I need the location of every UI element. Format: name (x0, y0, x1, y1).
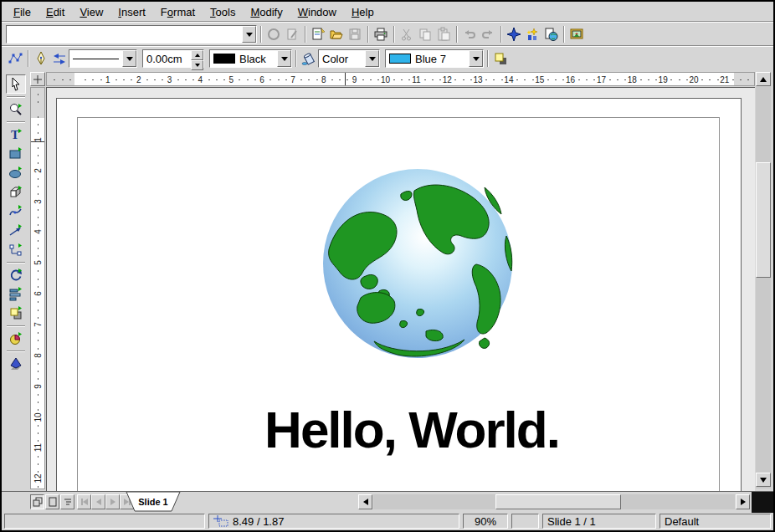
line-color-swatch (213, 54, 235, 64)
zoom-cell[interactable]: 90% (463, 514, 508, 529)
menu-edit[interactable]: Edit (39, 3, 71, 21)
redo-icon (479, 25, 497, 43)
spin-down-button[interactable] (191, 60, 203, 70)
page-style-value: Default (665, 515, 699, 528)
slide-view-button[interactable] (30, 494, 44, 509)
menu-file[interactable]: File (7, 3, 38, 21)
shadow-icon[interactable] (491, 49, 510, 68)
outline-view-button[interactable] (60, 494, 74, 509)
line-style-combobox[interactable] (69, 49, 137, 68)
line-style-dropdown-button[interactable] (122, 50, 136, 67)
fill-style-combobox[interactable]: Color (318, 49, 380, 68)
text-tool[interactable]: T (6, 125, 26, 144)
fill-style-dropdown-button[interactable] (365, 50, 379, 67)
slide-tab[interactable]: Slide 1 (126, 492, 181, 513)
ruler-origin-button[interactable] (30, 72, 45, 86)
new-document-icon[interactable] (309, 25, 327, 43)
horizontal-cursor-indicator (345, 73, 346, 85)
notes-view-button[interactable] (45, 494, 59, 509)
scroll-down-button[interactable] (756, 473, 771, 487)
v-ruler-number-6: 6 (33, 291, 43, 296)
h-ruler-number-8: 8 (321, 75, 326, 84)
horizontal-ruler[interactable]: 123456789101112131415161718192021 (46, 72, 755, 86)
url-combobox[interactable] (6, 25, 257, 43)
h-ruler-number-4: 4 (198, 75, 203, 84)
fill-color-dropdown-button[interactable] (469, 50, 483, 67)
hscroll-left-button[interactable] (358, 494, 372, 509)
line-color-combobox[interactable]: Black (209, 49, 292, 68)
page-style-cell[interactable]: Default (660, 514, 771, 529)
line-color-value: Black (239, 53, 266, 65)
menu-view[interactable]: View (73, 3, 110, 21)
v-ruler-number-2: 2 (33, 168, 43, 173)
wizard-icon[interactable] (523, 25, 541, 43)
pen-icon[interactable] (32, 49, 50, 68)
connector-tool[interactable] (6, 240, 26, 259)
object-bar: 0.00cm Black Color Blue 7 (2, 46, 773, 70)
fill-can-icon[interactable] (300, 49, 318, 68)
line-width-value[interactable]: 0.00cm (143, 53, 191, 65)
ellipse-tool[interactable] (6, 163, 26, 182)
horizontal-scrollbar[interactable] (373, 494, 735, 509)
url-dropdown-button[interactable] (242, 26, 256, 43)
line-color-dropdown-button[interactable] (277, 50, 291, 67)
main-area: T (2, 70, 773, 491)
menu-format[interactable]: Format (154, 3, 202, 21)
stop-icon (264, 25, 283, 43)
next-slide-button[interactable] (105, 494, 120, 509)
3d-object-tool[interactable] (6, 182, 26, 202)
spin-up-button[interactable] (191, 50, 203, 60)
h-ruler-number-1: 1 (105, 75, 110, 84)
line-tool[interactable] (6, 221, 26, 240)
open-icon[interactable] (327, 25, 346, 43)
align-tool[interactable] (6, 284, 26, 304)
fill-style-value: Color (319, 53, 365, 65)
effects-tool[interactable] (6, 354, 26, 373)
app-window: FileEditViewInsertFormatToolsModifyWindo… (0, 0, 775, 532)
h-ruler-number-16: 16 (566, 75, 575, 84)
menu-tools[interactable]: Tools (203, 3, 242, 21)
fill-color-combobox[interactable]: Blue 7 (385, 49, 484, 68)
menu-help[interactable]: Help (345, 3, 381, 21)
gallery-icon[interactable] (567, 25, 586, 43)
separator (260, 26, 261, 43)
hyperlink-icon[interactable] (541, 25, 560, 43)
slide-count-cell: Slide 1 / 1 (542, 514, 656, 529)
h-ruler-number-17: 17 (597, 75, 606, 84)
arrange-tool[interactable] (6, 304, 26, 323)
globe-image[interactable] (321, 166, 515, 361)
zoom-tool[interactable] (6, 100, 26, 119)
v-ruler-number-4: 4 (33, 230, 43, 235)
drawing-canvas[interactable]: Hello, World. (46, 87, 755, 491)
edit-points-icon[interactable] (6, 49, 24, 68)
insert-tool[interactable] (6, 329, 26, 348)
print-icon[interactable] (372, 25, 390, 43)
cut-icon (398, 25, 416, 43)
rotate-tool[interactable] (6, 265, 26, 284)
menu-insert[interactable]: Insert (111, 3, 152, 21)
hscroll-right-button[interactable] (736, 494, 750, 509)
h-ruler-number-3: 3 (167, 75, 172, 84)
line-width-spinner[interactable]: 0.00cm (142, 49, 204, 68)
curve-tool[interactable] (6, 202, 26, 221)
first-slide-button[interactable] (77, 494, 91, 509)
select-tool[interactable] (6, 74, 26, 94)
h-ruler-number-6: 6 (259, 75, 264, 84)
status-position-cell: 8.49 / 1.87 (208, 514, 459, 529)
vertical-scrollbar[interactable] (756, 72, 771, 489)
navigator-icon[interactable] (505, 25, 523, 43)
h-ruler-number-15: 15 (535, 75, 544, 84)
menu-window[interactable]: Window (291, 3, 343, 21)
zoom-value: 90% (475, 515, 496, 528)
menu-modify[interactable]: Modify (244, 3, 289, 21)
v-ruler-number-9: 9 (33, 384, 43, 389)
horizontal-scroll-thumb[interactable] (495, 494, 621, 509)
vertical-scroll-thumb[interactable] (756, 162, 771, 278)
h-ruler-number-19: 19 (659, 75, 668, 84)
slide-title-text[interactable]: Hello, World. (161, 400, 663, 459)
previous-slide-button[interactable] (91, 494, 105, 509)
rectangle-tool[interactable] (6, 144, 26, 163)
arrowheads-icon[interactable] (50, 49, 69, 68)
vertical-ruler[interactable]: 123456789101112 (30, 87, 45, 489)
scroll-up-button[interactable] (756, 72, 771, 86)
